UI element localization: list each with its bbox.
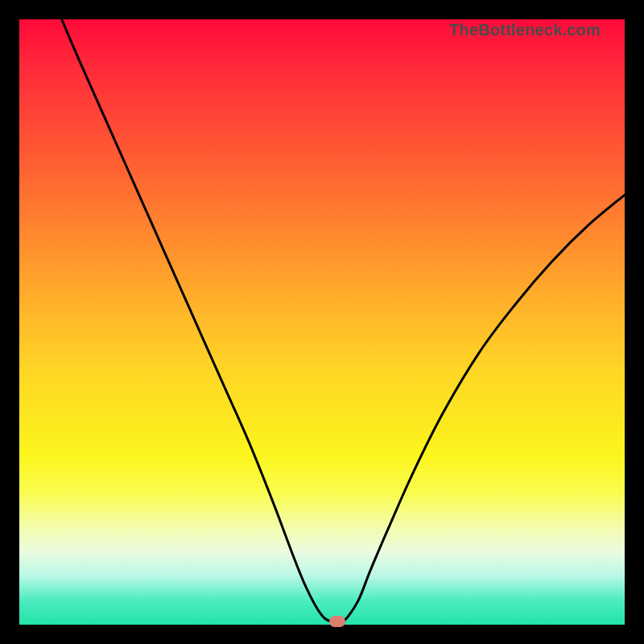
bottleneck-chart: TheBottleneck.com [19, 19, 625, 625]
optimal-point-marker [329, 616, 345, 627]
bottleneck-curve [19, 19, 625, 625]
